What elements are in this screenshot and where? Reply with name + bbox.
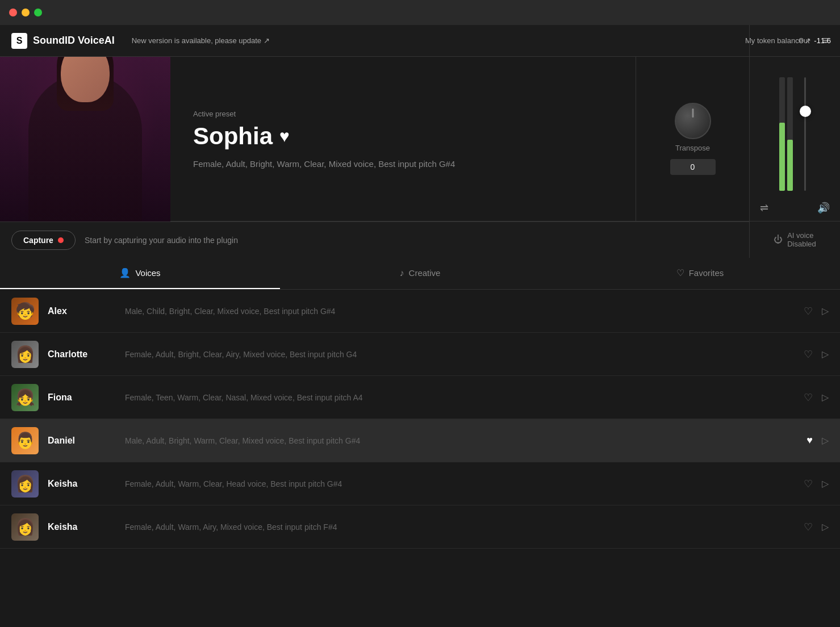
speaker-icon[interactable]: 🔊 xyxy=(817,202,830,214)
update-notice[interactable]: New version is available, please update … xyxy=(132,36,745,45)
voice-tags-daniel: Male, Adult, Bright, Warm, Clear, Mixed … xyxy=(125,436,797,445)
fader-track xyxy=(755,66,834,202)
transpose-section: Transpose 0 xyxy=(636,57,749,221)
capture-dot xyxy=(58,237,64,243)
loop-icon[interactable]: ⇌ xyxy=(760,202,768,214)
voice-name-keisha2: Keisha xyxy=(48,522,116,532)
ai-voice-status: ⏻ AI voice Disabled xyxy=(749,221,840,258)
maximize-button[interactable] xyxy=(34,9,42,16)
voice-actions-keisha1: ♡ ▷ xyxy=(804,478,829,490)
fader-panel: ⇌ 🔊 xyxy=(749,57,840,221)
voice-actions-fiona: ♡ ▷ xyxy=(804,391,829,404)
artist-name: Sophia ♥ xyxy=(193,123,613,150)
voice-avatar-fiona: 👧 xyxy=(11,384,39,411)
favorite-fiona[interactable]: ♡ xyxy=(804,391,813,404)
transpose-label: Transpose xyxy=(675,144,710,152)
logo: S SoundID VoiceAI xyxy=(11,33,115,49)
play-fiona[interactable]: ▷ xyxy=(822,392,829,403)
voice-row-keisha1[interactable]: 👩 Keisha Female, Adult, Warm, Clear, Hea… xyxy=(0,462,840,505)
voice-actions-keisha2: ♡ ▷ xyxy=(804,521,829,533)
favorite-keisha1[interactable]: ♡ xyxy=(804,478,813,490)
voice-actions-alex: ♡ ▷ xyxy=(804,305,829,317)
output-meter-header: Out -11.6 xyxy=(749,25,840,56)
ai-voice-disabled-label: Disabled xyxy=(787,240,816,248)
tab-voices-label: Voices xyxy=(135,268,160,278)
voice-actions-charlotte: ♡ ▷ xyxy=(804,348,829,361)
meter-bar-right xyxy=(787,77,793,191)
logo-icon: S xyxy=(11,33,27,49)
voice-name-alex: Alex xyxy=(48,306,116,316)
tab-creative[interactable]: ♪ Creative xyxy=(280,258,560,289)
transpose-value[interactable]: 0 xyxy=(670,159,716,175)
voice-tags-charlotte: Female, Adult, Bright, Clear, Airy, Mixe… xyxy=(125,350,795,359)
voice-avatar-keisha1: 👩 xyxy=(11,470,39,498)
favorite-alex[interactable]: ♡ xyxy=(804,305,813,317)
favorite-charlotte[interactable]: ♡ xyxy=(804,348,813,361)
active-preset-label: Active preset xyxy=(193,110,613,118)
tab-favorites-label: Favorites xyxy=(689,268,724,278)
capture-button[interactable]: Capture xyxy=(11,231,76,250)
voice-row-charlotte[interactable]: 👩 Charlotte Female, Adult, Bright, Clear… xyxy=(0,333,840,376)
voice-row-alex[interactable]: 🧒 Alex Male, Child, Bright, Clear, Mixed… xyxy=(0,290,840,333)
artist-panel: Active preset Sophia ♥ Female, Adult, Br… xyxy=(0,57,840,221)
favorite-keisha2[interactable]: ♡ xyxy=(804,521,813,533)
lower-section: 👤 Voices ♪ Creative ♡ Favorites 🧒 Alex M… xyxy=(0,258,840,627)
voice-name-keisha1: Keisha xyxy=(48,479,116,489)
minimize-button[interactable] xyxy=(22,9,30,16)
voice-tags-fiona: Female, Teen, Warm, Clear, Nasal, Mixed … xyxy=(125,393,795,402)
artist-favorite-heart[interactable]: ♥ xyxy=(279,127,290,146)
transpose-knob[interactable] xyxy=(675,103,711,139)
voice-tags-keisha2: Female, Adult, Warm, Airy, Mixed voice, … xyxy=(125,522,795,532)
header: S SoundID VoiceAI New version is availab… xyxy=(0,25,840,57)
voice-row-fiona[interactable]: 👧 Fiona Female, Teen, Warm, Clear, Nasal… xyxy=(0,376,840,419)
meter-bars xyxy=(779,77,793,191)
capture-hint: Start by capturing your audio into the p… xyxy=(85,236,738,245)
voice-name-charlotte: Charlotte xyxy=(48,349,116,360)
voice-avatar-alex: 🧒 xyxy=(11,298,39,325)
content-area: Active preset Sophia ♥ Female, Adult, Br… xyxy=(0,57,840,627)
voice-actions-daniel: ♥ ▷ xyxy=(806,434,829,446)
play-daniel[interactable]: ▷ xyxy=(822,435,829,446)
voice-avatar-daniel: 👨 xyxy=(11,427,39,454)
volume-fader[interactable] xyxy=(804,77,806,191)
voice-row-keisha2[interactable]: 👩 Keisha Female, Adult, Warm, Airy, Mixe… xyxy=(0,505,840,549)
voices-icon: 👤 xyxy=(119,267,131,278)
play-keisha1[interactable]: ▷ xyxy=(822,478,829,489)
artist-tags: Female, Adult, Bright, Warm, Clear, Mixe… xyxy=(193,159,613,169)
voice-avatar-keisha2: 👩 xyxy=(11,513,39,541)
voice-tags-keisha1: Female, Adult, Warm, Clear, Head voice, … xyxy=(125,479,795,488)
titlebar xyxy=(0,0,840,25)
power-icon[interactable]: ⏻ xyxy=(774,235,783,245)
meter-label: Out xyxy=(799,37,809,45)
close-button[interactable] xyxy=(9,9,17,16)
tab-creative-label: Creative xyxy=(409,268,441,278)
favorite-daniel[interactable]: ♥ xyxy=(806,434,813,446)
voice-avatar-charlotte: 👩 xyxy=(11,341,39,368)
logo-text: SoundID VoiceAI xyxy=(33,35,115,47)
artist-info: Active preset Sophia ♥ Female, Adult, Br… xyxy=(170,57,636,221)
meter-value: -11.6 xyxy=(814,36,831,45)
capture-bar: Capture Start by capturing your audio in… xyxy=(0,221,749,258)
tab-favorites[interactable]: ♡ Favorites xyxy=(560,258,840,289)
tab-voices[interactable]: 👤 Voices xyxy=(0,258,280,289)
voice-row-daniel[interactable]: 👨 Daniel Male, Adult, Bright, Warm, Clea… xyxy=(0,419,840,462)
ai-voice-label: AI voice xyxy=(787,231,813,240)
voice-list: 🧒 Alex Male, Child, Bright, Clear, Mixed… xyxy=(0,290,840,627)
fader-thumb[interactable] xyxy=(800,106,811,117)
tabs-bar: 👤 Voices ♪ Creative ♡ Favorites xyxy=(0,258,840,290)
voice-name-daniel: Daniel xyxy=(48,436,116,446)
fader-controls: ⇌ 🔊 xyxy=(755,202,834,214)
play-charlotte[interactable]: ▷ xyxy=(822,349,829,360)
meter-bar-left xyxy=(779,77,785,191)
artist-photo xyxy=(0,57,170,221)
voice-tags-alex: Male, Child, Bright, Clear, Mixed voice,… xyxy=(125,307,795,316)
play-keisha2[interactable]: ▷ xyxy=(822,521,829,532)
voice-name-fiona: Fiona xyxy=(48,392,116,403)
creative-icon: ♪ xyxy=(400,268,404,278)
play-alex[interactable]: ▷ xyxy=(822,306,829,316)
favorites-icon: ♡ xyxy=(676,267,684,278)
